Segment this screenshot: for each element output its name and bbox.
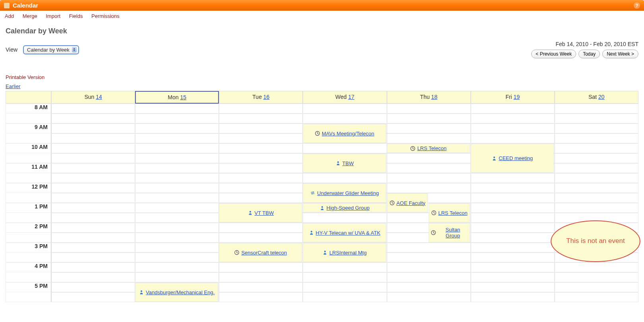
calendar-cell[interactable]: [555, 153, 638, 163]
day-link[interactable]: 20: [598, 94, 605, 100]
toolbar-import[interactable]: Import: [46, 13, 60, 19]
calendar-cell[interactable]: [303, 262, 387, 272]
calendar-cell[interactable]: [219, 163, 303, 173]
calendar-cell[interactable]: [135, 153, 219, 163]
calendar-cell[interactable]: [303, 173, 387, 183]
calendar-cell[interactable]: [555, 203, 638, 213]
calendar-cell[interactable]: [219, 104, 303, 114]
calendar-cell[interactable]: [135, 203, 219, 213]
calendar-cell[interactable]: [303, 104, 387, 114]
calendar-cell[interactable]: [555, 104, 638, 114]
calendar-cell[interactable]: [51, 133, 135, 143]
calendar-cell[interactable]: [555, 173, 638, 183]
event-vttbw[interactable]: VT TBW: [219, 203, 302, 222]
calendar-cell[interactable]: [219, 292, 303, 302]
calendar-cell[interactable]: [471, 213, 555, 223]
calendar-cell[interactable]: [303, 282, 387, 292]
calendar-cell[interactable]: [51, 272, 135, 282]
calendar-cell[interactable]: [555, 282, 638, 292]
calendar-cell[interactable]: [555, 193, 638, 203]
calendar-cell[interactable]: [555, 163, 638, 173]
calendar-cell[interactable]: [555, 272, 638, 282]
calendar-cell[interactable]: [219, 272, 303, 282]
calendar-cell[interactable]: [471, 282, 555, 292]
toolbar-add[interactable]: Add: [5, 13, 14, 19]
calendar-cell[interactable]: [555, 292, 638, 302]
event-hsgroup[interactable]: High-Speed Group: [303, 203, 386, 212]
calendar-cell[interactable]: [219, 114, 303, 123]
calendar-cell[interactable]: [51, 213, 135, 223]
calendar-cell[interactable]: [135, 133, 219, 143]
calendar-cell[interactable]: [555, 262, 638, 272]
calendar-cell[interactable]: [471, 123, 555, 133]
calendar-cell[interactable]: [471, 193, 555, 203]
calendar-cell[interactable]: [555, 123, 638, 133]
calendar-cell[interactable]: [471, 262, 555, 272]
calendar-cell[interactable]: [51, 262, 135, 272]
event-ceed[interactable]: CEED meeting: [471, 144, 554, 173]
calendar-cell[interactable]: [471, 183, 555, 193]
calendar-cell[interactable]: [387, 262, 471, 272]
event-lrsint[interactable]: LRSInternal Mtg: [303, 243, 386, 262]
calendar-cell[interactable]: [51, 114, 135, 123]
calendar-cell[interactable]: [135, 143, 219, 153]
calendar-cell[interactable]: [135, 243, 219, 253]
calendar-cell[interactable]: [51, 104, 135, 114]
calendar-cell[interactable]: [303, 143, 387, 153]
calendar-cell[interactable]: [387, 153, 471, 163]
calendar-cell[interactable]: [51, 233, 135, 243]
calendar-cell[interactable]: [387, 292, 471, 302]
calendar-cell[interactable]: [135, 104, 219, 114]
calendar-cell[interactable]: [135, 193, 219, 203]
event-tbw[interactable]: TBW: [303, 154, 386, 173]
event-sensor[interactable]: SensorCraft telecon: [219, 243, 302, 262]
calendar-cell[interactable]: [471, 223, 555, 233]
calendar-cell[interactable]: [303, 213, 387, 223]
calendar-cell[interactable]: [471, 173, 555, 183]
calendar-cell[interactable]: [387, 183, 471, 193]
calendar-cell[interactable]: [555, 114, 638, 123]
event-lrs1[interactable]: LRS Telecon: [387, 144, 470, 153]
calendar-cell[interactable]: [303, 272, 387, 282]
calendar-cell[interactable]: [135, 233, 219, 243]
calendar-cell[interactable]: [303, 114, 387, 123]
help-icon[interactable]: ?: [634, 2, 640, 9]
day-link[interactable]: 15: [180, 94, 186, 100]
calendar-cell[interactable]: [51, 183, 135, 193]
calendar-cell[interactable]: [51, 282, 135, 292]
calendar-cell[interactable]: [135, 173, 219, 183]
calendar-cell[interactable]: [135, 123, 219, 133]
next-week-button[interactable]: Next Week >: [602, 50, 638, 58]
calendar-cell[interactable]: [387, 272, 471, 282]
calendar-cell[interactable]: [471, 233, 555, 243]
previous-week-button[interactable]: < Previous Week: [531, 50, 576, 58]
calendar-cell[interactable]: [135, 114, 219, 123]
calendar-cell[interactable]: [51, 153, 135, 163]
event-hyv[interactable]: HY-V Telecan w/ UVA & ATK: [303, 223, 386, 242]
day-link[interactable]: 14: [96, 94, 102, 100]
calendar-cell[interactable]: [387, 253, 471, 262]
calendar-cell[interactable]: [51, 243, 135, 253]
calendar-cell[interactable]: [135, 262, 219, 272]
calendar-cell[interactable]: [387, 133, 471, 143]
calendar-cell[interactable]: [471, 253, 555, 262]
calendar-cell[interactable]: [471, 272, 555, 282]
calendar-cell[interactable]: [219, 123, 303, 133]
calendar-cell[interactable]: [51, 123, 135, 133]
event-vands[interactable]: Vandsburger/Mechanical Eng.: [135, 283, 218, 302]
day-link[interactable]: 18: [431, 94, 437, 100]
calendar-cell[interactable]: [135, 223, 219, 233]
calendar-cell[interactable]: [471, 104, 555, 114]
calendar-cell[interactable]: [387, 114, 471, 123]
event-aoe[interactable]: AOE Faculty: [387, 193, 428, 212]
calendar-cell[interactable]: [219, 233, 303, 243]
calendar-cell[interactable]: [219, 173, 303, 183]
calendar-cell[interactable]: [387, 282, 471, 292]
calendar-cell[interactable]: [471, 203, 555, 213]
event-mavs[interactable]: MAVs Meeting/Telecon: [303, 124, 386, 143]
calendar-cell[interactable]: [51, 253, 135, 262]
calendar-cell[interactable]: [219, 282, 303, 292]
calendar-cell[interactable]: [135, 253, 219, 262]
calendar-cell[interactable]: [51, 223, 135, 233]
day-link[interactable]: 19: [514, 94, 520, 100]
